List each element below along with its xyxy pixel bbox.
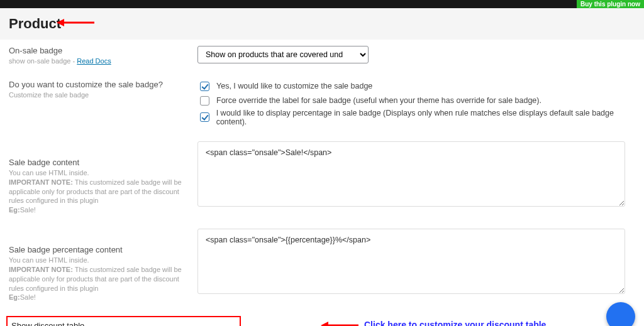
sale-badge-content-desc1: You can use HTML inside. <box>9 169 89 177</box>
customize-opt2-label: Force override the label for sale badge … <box>216 96 541 105</box>
settings-content: On-sale badge show on-sale badge - Read … <box>0 40 644 326</box>
customize-opt3-checkbox[interactable] <box>200 112 209 122</box>
sale-badge-content-label: Sale badge content <box>9 158 187 167</box>
customize-opt2-checkbox[interactable] <box>200 96 209 106</box>
row-onsale-badge: On-sale badge show on-sale badge - Read … <box>9 46 635 66</box>
onsale-badge-desc: show on-sale badge - <box>9 57 77 65</box>
customize-opt1-checkbox[interactable] <box>200 82 209 91</box>
annotation-arrow-customize-icon <box>321 321 358 326</box>
annotation-arrow-product-icon <box>57 18 94 27</box>
onsale-badge-label: On-sale badge <box>9 46 187 55</box>
chat-fab-button[interactable] <box>606 302 635 326</box>
sale-badge-content-eg-bold: Eg: <box>9 206 20 214</box>
customize-opt1-label: Yes, I would like to customize the sale … <box>216 82 372 90</box>
svg-marker-3 <box>321 322 328 326</box>
sale-badge-percent-label: Sale badge percentage content <box>9 245 187 254</box>
top-bar: Buy this plugin now <box>0 0 644 8</box>
onsale-badge-select[interactable]: Show on products that are covered under … <box>197 46 369 63</box>
svg-marker-1 <box>57 19 64 26</box>
annotation-customize-text: Click here to customize your discount ta… <box>364 320 546 326</box>
annotation-red-box: Show discount table Show discount table … <box>6 316 241 326</box>
row-sale-badge-percent: Sale badge percentage content You can us… <box>9 229 635 302</box>
sale-badge-percent-important: IMPORTANT NOTE: <box>9 266 73 273</box>
sale-badge-percent-textarea[interactable] <box>197 229 625 294</box>
customize-sale-badge-label: Do you want to customize the sale badge? <box>9 80 187 89</box>
onsale-badge-docs-link[interactable]: Read Docs <box>77 57 111 65</box>
sale-badge-content-important: IMPORTANT NOTE: <box>9 178 73 186</box>
sale-badge-percent-eg-bold: Eg: <box>9 293 20 301</box>
row-sale-badge-content: Sale badge content You can use HTML insi… <box>9 141 635 215</box>
customize-opt3-label: I would like to display percentage in sa… <box>216 109 635 126</box>
customize-sale-badge-desc: Customize the sale badge <box>9 90 187 100</box>
show-discount-table-label: Show discount table <box>11 321 197 326</box>
row-customize-sale-badge: Do you want to customize the sale badge?… <box>9 80 635 128</box>
row-show-discount-table: Show discount table Show discount table … <box>9 316 635 326</box>
page-title: Product <box>9 16 635 32</box>
sale-badge-content-textarea[interactable] <box>197 141 625 207</box>
buy-plugin-button[interactable]: Buy this plugin now <box>577 0 644 8</box>
sale-badge-percent-desc1: You can use HTML inside. <box>9 256 89 264</box>
sale-badge-percent-eg: Sale! <box>20 293 36 301</box>
sale-badge-content-eg: Sale! <box>20 206 36 214</box>
page-header: Product <box>0 8 644 40</box>
